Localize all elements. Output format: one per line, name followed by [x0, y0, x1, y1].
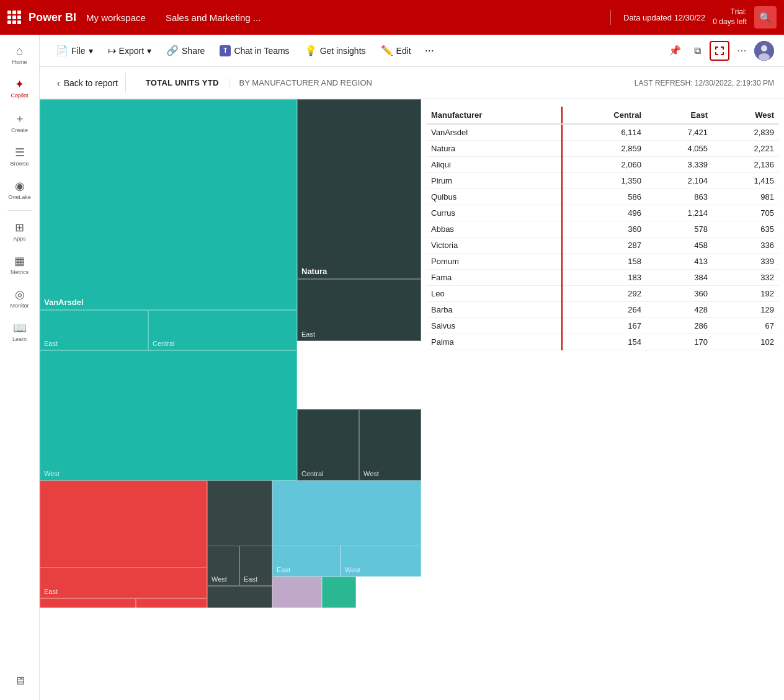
cell-east: 286	[646, 318, 713, 334]
cell-manufacturer: Pirum	[426, 173, 562, 189]
cell-west: 192	[713, 286, 779, 302]
treemap-cell-sublabel: East	[44, 588, 203, 595]
cell-west: 2,221	[713, 141, 779, 157]
copilot-icon: ✦	[15, 78, 24, 91]
sidebar-item-label: Learn	[12, 336, 27, 342]
table-row: Currus 496 1,214 705	[426, 205, 779, 221]
treemap-cell-sublabel: West	[44, 470, 293, 477]
sidebar-item-home[interactable]: ⌂ Home	[2, 40, 37, 70]
treemap-cell[interactable]: West	[40, 598, 136, 608]
pin-button[interactable]: 📌	[665, 41, 685, 61]
home-icon: ⌂	[16, 45, 23, 58]
treemap-cell[interactable]: West	[40, 350, 297, 481]
cell-central: 6,114	[562, 124, 646, 141]
treemap-cell[interactable]: Fama	[272, 577, 322, 608]
table-header: Manufacturer Central East West	[426, 107, 779, 124]
tab-total-units-ytd[interactable]: TOTAL UNITS YTD	[136, 78, 229, 87]
sidebar-item-label: Browse	[10, 161, 29, 167]
table-row: Quibus 586 863 981	[426, 189, 779, 205]
top-bar: Power BI My workspace Sales and Marketin…	[0, 0, 784, 35]
treemap-cell[interactable]: Central	[136, 598, 207, 608]
file-icon: 📄	[56, 45, 68, 56]
sidebar-item-copilot[interactable]: ✦ Copilot	[2, 73, 37, 104]
get-insights-button[interactable]: 💡 Get insights	[298, 41, 372, 60]
focus-mode-button[interactable]	[710, 41, 729, 61]
sidebar-item-apps[interactable]: ⊞ Apps	[2, 216, 37, 247]
file-button[interactable]: 📄 File ▾	[50, 41, 99, 60]
treemap-cell[interactable]: Central	[297, 409, 359, 481]
treemap-cell[interactable]: VanArsdel	[40, 99, 297, 310]
sidebar-item-learn[interactable]: 📖 Learn	[2, 316, 37, 347]
svg-rect-5	[715, 52, 716, 55]
cell-west: 129	[713, 302, 779, 318]
treemap-cell[interactable]: East	[40, 567, 207, 598]
avatar[interactable]	[754, 41, 774, 61]
treemap-cell[interactable]: East	[297, 279, 421, 341]
treemap-cell[interactable]: Central	[207, 586, 272, 608]
cell-manufacturer: Palma	[426, 334, 562, 350]
cell-central: 2,859	[562, 141, 646, 157]
cell-manufacturer: Victoria	[426, 237, 562, 254]
treemap-cell[interactable]: East	[272, 546, 341, 577]
edit-label: Edit	[396, 46, 411, 56]
insights-icon: 💡	[305, 45, 317, 56]
cell-manufacturer: Aliqui	[426, 157, 562, 173]
file-chevron-icon: ▾	[89, 46, 93, 56]
sidebar-item-label: Create	[11, 127, 28, 133]
insights-label: Get insights	[320, 46, 366, 56]
sidebar-bottom: 🖥	[2, 670, 37, 700]
treemap-cell[interactable]: East	[40, 310, 148, 350]
edit-icon: ✏️	[381, 45, 393, 56]
export-button[interactable]: ↦ Export ▾	[102, 41, 158, 60]
cell-manufacturer: Abbas	[426, 221, 562, 237]
cell-central: 287	[562, 237, 646, 254]
chat-in-teams-button[interactable]: T Chat in Teams	[213, 42, 295, 60]
refresh-info: LAST REFRESH: 12/30/2022, 2:19:30 PM	[635, 79, 774, 87]
treemap-cell[interactable]: Leo	[322, 577, 356, 608]
overflow-button[interactable]: ···	[732, 41, 752, 61]
col-header-manufacturer: Manufacturer	[426, 107, 562, 124]
create-icon: ＋	[14, 111, 25, 126]
more-options-button[interactable]: ···	[420, 40, 439, 61]
table-row: Salvus 167 286 67	[426, 318, 779, 334]
cell-central: 1,350	[562, 173, 646, 189]
treemap-cell[interactable]: West	[341, 546, 421, 577]
back-to-report-button[interactable]: ‹ Back to report	[50, 73, 126, 93]
share-button[interactable]: 🔗 Share	[160, 41, 211, 60]
treemap-cell-label: Natura	[301, 267, 417, 276]
sidebar-item-screen[interactable]: 🖥	[2, 670, 37, 693]
treemap-cell[interactable]: West	[207, 546, 239, 586]
edit-button[interactable]: ✏️ Edit	[375, 41, 417, 60]
sidebar-item-metrics[interactable]: ▦ Metrics	[2, 249, 37, 280]
cell-east: 384	[646, 270, 713, 286]
sidebar-item-create[interactable]: ＋ Create	[2, 106, 37, 138]
table-row: Pomum 158 413 339	[426, 254, 779, 270]
app-grid-button[interactable]	[7, 11, 21, 24]
export-label: Export	[119, 46, 144, 56]
cell-east: 360	[646, 286, 713, 302]
treemap-cell[interactable]: Central	[148, 310, 297, 350]
search-button[interactable]: 🔍	[754, 6, 777, 29]
tab-by-manufacturer-region[interactable]: BY MANUFACTURER AND REGION	[229, 78, 382, 87]
file-label: File	[71, 46, 86, 56]
copy-button[interactable]: ⧉	[687, 41, 707, 61]
treemap-cell[interactable]: Natura	[297, 99, 421, 279]
cell-west: 102	[713, 334, 779, 350]
sidebar-item-onelake[interactable]: ◉ OneLake	[2, 174, 37, 205]
treemap-cell[interactable]: East	[239, 546, 272, 586]
screen-icon: 🖥	[14, 675, 25, 688]
table-header-row: Manufacturer Central East West	[426, 107, 779, 124]
manufacturer-table: Manufacturer Central East West VanArsdel…	[426, 107, 779, 350]
treemap-chart[interactable]: VanArsdelEastCentralWestNaturaEastCentra…	[40, 99, 421, 608]
cell-west: 635	[713, 221, 779, 237]
treemap-cell[interactable]: West	[359, 409, 421, 481]
chat-label: Chat in Teams	[234, 46, 289, 56]
sidebar-item-monitor[interactable]: ◎ Monitor	[2, 283, 37, 314]
sidebar-item-label: Copilot	[11, 92, 28, 99]
workspace-name[interactable]: My workspace	[86, 12, 146, 23]
cell-manufacturer: Leo	[426, 286, 562, 302]
sidebar-item-browse[interactable]: ☰ Browse	[2, 141, 37, 172]
sidebar-item-label: Metrics	[11, 269, 29, 275]
cell-manufacturer: Currus	[426, 205, 562, 221]
table-row: Natura 2,859 4,055 2,221	[426, 141, 779, 157]
